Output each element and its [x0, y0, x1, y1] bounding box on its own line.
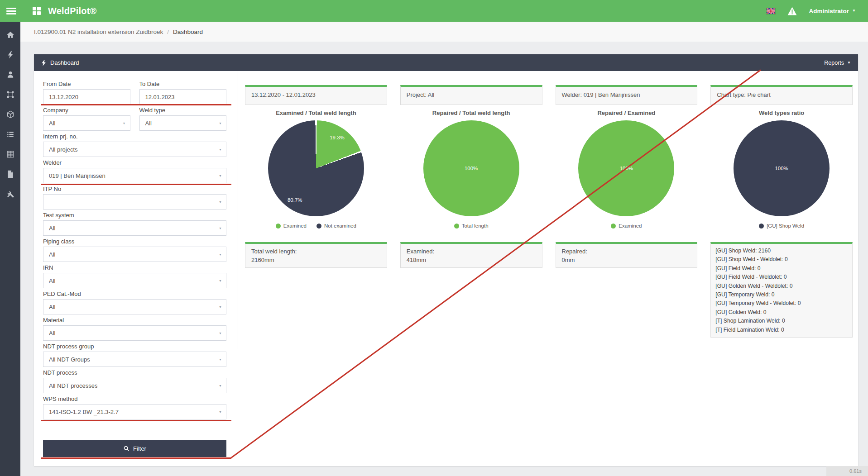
weld-type-row: [GU] Shop Weld: 2160 [715, 247, 848, 255]
document-icon [6, 170, 14, 178]
legend-item[interactable]: Examined [276, 223, 307, 228]
select-value: All [49, 251, 55, 258]
irn-select[interactable]: All▼ [43, 273, 226, 288]
chart-title: Weld types ratio [710, 109, 853, 116]
legend-dot-icon [454, 224, 459, 228]
filter-button-label: Filter [133, 445, 146, 452]
field-label: IRN [43, 265, 226, 271]
field-label: NDT process group [43, 343, 226, 350]
slice-label: 80.7% [288, 197, 302, 203]
sidebar-item-settings[interactable] [0, 184, 20, 204]
filter-field-itp-no: ITP No▼ [43, 186, 226, 209]
weld-type-row: [GU] Temporary Weld - Weldolet: 0 [715, 299, 848, 308]
slice-label: 100% [775, 166, 788, 171]
filter-field-to-date: To Date [139, 81, 227, 105]
chart-legend: Examined [556, 223, 698, 228]
legend-dot-icon [759, 224, 764, 228]
weld-type-row: [T] Shop Lamination Weld: 0 [715, 317, 848, 325]
filter-field-test-system: Test systemAll▼ [43, 212, 226, 236]
breadcrumb-separator: / [167, 29, 169, 35]
chevron-down-icon: ▼ [219, 122, 222, 125]
from-date-input[interactable] [43, 89, 130, 105]
pie: 100% [734, 120, 830, 216]
user-name: Administrator [809, 8, 849, 14]
legend-label: [GU] Shop Weld [767, 223, 804, 228]
legend-item[interactable]: Total length [454, 223, 489, 228]
top-navbar: WeldPilot® Administrator ▼ [0, 0, 868, 22]
apps-grid-icon[interactable] [33, 7, 41, 15]
user-menu[interactable]: Administrator ▼ [809, 8, 856, 14]
uk-flag-icon[interactable] [767, 8, 775, 14]
select-value: All projects [49, 146, 78, 153]
select-value: All [49, 225, 55, 232]
legend-label: Examined [283, 223, 307, 228]
ndt-process-select[interactable]: All NDT processes▼ [43, 378, 226, 393]
home-icon [6, 31, 14, 39]
weld-type-row: [GU] Temporary Weld: 0 [715, 290, 848, 299]
sidebar-item-isometrics[interactable] [0, 85, 20, 105]
chevron-down-icon: ▼ [219, 200, 222, 204]
field-label: Weld type [139, 107, 227, 114]
piping-class-select[interactable]: All▼ [43, 247, 226, 262]
legend-dot-icon [611, 224, 616, 228]
pie-chart-block: Repaired / Examined100%Examined [556, 105, 698, 228]
stat-label: Total weld length: [251, 247, 381, 256]
reports-label: Reports [824, 60, 844, 66]
sidebar-item-activity[interactable] [0, 45, 20, 65]
panel-title: Dashboard [50, 59, 79, 66]
sidebar-item-tables[interactable] [0, 144, 20, 164]
to-date-input[interactable] [139, 89, 227, 105]
material-select[interactable]: All▼ [43, 325, 226, 341]
chart-title: Repaired / Total weld length [400, 109, 542, 116]
filter-field-ndt-process-group: NDT process groupAll NDT Groups▼ [43, 343, 226, 367]
weld-type-row: [GU] Golden Weld - Weldolet: 0 [715, 282, 848, 290]
warning-triangle-icon[interactable] [787, 7, 797, 15]
filter-panel: From DateTo DateCompanyAll▼Weld typeAll▼… [34, 71, 238, 457]
sidebar-item-documents[interactable] [0, 164, 20, 184]
weld-type-select[interactable]: All▼ [139, 115, 227, 131]
filter-field-row: From DateTo Date [43, 81, 226, 105]
legend-item[interactable]: [GU] Shop Weld [759, 223, 804, 228]
sidebar-item-welders[interactable] [0, 65, 20, 85]
select-value: All NDT Groups [49, 356, 90, 363]
pie: 19.3%80.7% [268, 120, 364, 216]
chart-title: Repaired / Examined [556, 109, 698, 116]
lightning-icon [41, 60, 46, 66]
weld-type-row: [T] Field Lamination Weld: 0 [715, 326, 848, 334]
breadcrumb-project-link[interactable]: I.012900.01 N2 installation extension Zu… [34, 29, 163, 35]
itp-no-select[interactable]: ▼ [43, 194, 226, 209]
cube-icon [6, 110, 14, 119]
select-value: 019 | Ben Marijnissen [49, 172, 106, 179]
field-label: PED Cat.-Mod [43, 291, 226, 297]
reports-menu[interactable]: Reports ▼ [824, 60, 851, 66]
field-label: Piping class [43, 238, 226, 245]
select-value: All [49, 120, 55, 127]
legend-label: Not examined [324, 223, 356, 228]
sidebar-item-home[interactable] [0, 25, 20, 45]
pie-chart-block: Examined / Total weld length19.3%80.7%Ex… [245, 105, 387, 228]
filter-button[interactable]: Filter [43, 440, 226, 457]
ndt-process-group-select[interactable]: All NDT Groups▼ [43, 352, 226, 367]
company-select[interactable]: All▼ [43, 115, 130, 131]
intern-prj-no-select[interactable]: All projects▼ [43, 142, 226, 157]
chevron-down-icon: ▼ [847, 61, 851, 65]
test-system-select[interactable]: All▼ [43, 220, 226, 236]
ped-cat-mod-select[interactable]: All▼ [43, 299, 226, 314]
select-value: All [145, 120, 152, 127]
stat-value: 2160mm [251, 256, 381, 264]
menu-icon[interactable] [0, 0, 23, 22]
welder-select[interactable]: 019 | Ben Marijnissen▼ [43, 168, 226, 183]
legend-item[interactable]: Examined [611, 223, 642, 228]
summary-card: 13.12.2020 - 12.01.2023 [245, 85, 387, 105]
legend-item[interactable]: Not examined [317, 223, 356, 228]
chart-legend: ExaminedNot examined [245, 223, 387, 228]
user-icon [6, 71, 14, 79]
field-label: Material [43, 317, 226, 324]
sidebar-item-materials[interactable] [0, 105, 20, 124]
chevron-down-icon: ▼ [219, 332, 222, 335]
wps-method-select[interactable]: 141-ISO-1.2 BW _21.3-2.7▼ [43, 404, 226, 419]
chevron-down-icon: ▼ [219, 227, 222, 230]
sidebar-item-lists[interactable] [0, 124, 20, 144]
field-label: Company [43, 107, 130, 114]
filter-field-wps-method: WPS method141-ISO-1.2 BW _21.3-2.7▼ [43, 396, 226, 419]
